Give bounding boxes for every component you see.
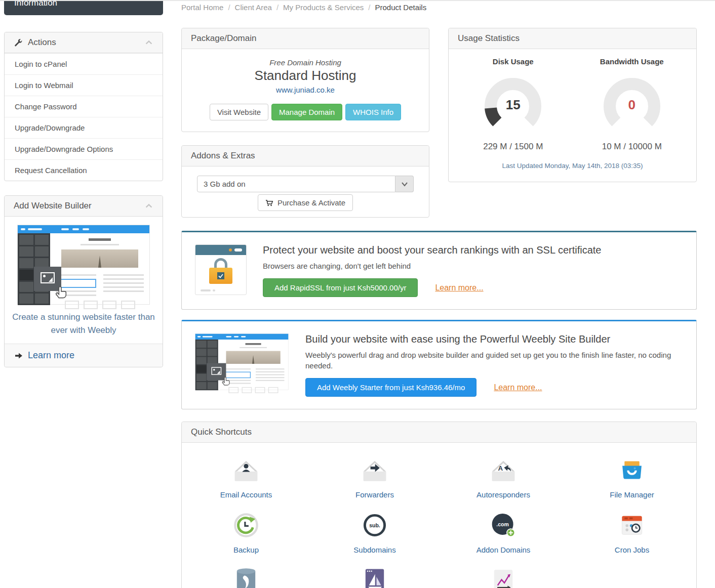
website-builder-caption: Create a stunning website faster than ev…	[12, 311, 155, 337]
phpmyadmin-icon	[361, 566, 389, 588]
usage-last-updated: Last Updated Monday, May 14th, 2018 (03:…	[454, 162, 691, 170]
weebly-builder-preview-image	[17, 225, 150, 305]
addon-select-value[interactable]: 3 Gb add on	[197, 176, 395, 192]
shortcut-backup[interactable]: Backup	[182, 511, 310, 554]
website-builder-title: Add Website Builder	[14, 201, 92, 211]
purchase-activate-button[interactable]: Purchase & Activate	[258, 194, 353, 211]
website-builder-learn-more-link[interactable]: Learn more	[28, 350, 74, 361]
subdomains-icon: sub.	[361, 511, 389, 539]
plan-type: Free Domain Hosting	[191, 58, 420, 67]
breadcrumb-portal-home[interactable]: Portal Home	[181, 3, 223, 12]
svg-text:A: A	[498, 465, 503, 472]
quick-shortcuts-title: Quick Shortcuts	[191, 427, 252, 437]
shortcut-cron-jobs[interactable]: Cron Jobs	[568, 511, 696, 554]
manage-domain-button[interactable]: Manage Domain	[271, 104, 342, 120]
actions-menu: Login to cPanel Login to Webmail Change …	[5, 53, 163, 181]
package-domain-header: Package/Domain	[182, 28, 429, 49]
breadcrumb-separator: /	[276, 3, 279, 12]
disk-usage-block: Disk Usage 15 229 M / 1500 M	[454, 57, 573, 152]
action-login-cpanel[interactable]: Login to cPanel	[5, 53, 163, 74]
shortcut-autoresponders[interactable]: A Autoresponders	[439, 456, 568, 499]
svg-text:sub.: sub.	[369, 522, 380, 528]
breadcrumb-separator: /	[228, 3, 230, 12]
action-change-password[interactable]: Change Password	[5, 96, 163, 117]
weebly-builder-banner-image	[195, 333, 289, 390]
breadcrumb: Portal Home / Client Area / My Products …	[181, 0, 697, 12]
breadcrumb-my-products[interactable]: My Products & Services	[283, 3, 364, 12]
shortcut-label: Cron Jobs	[568, 545, 696, 554]
disk-usage-label: Disk Usage	[454, 57, 573, 66]
ssl-banner-subheading: Browsers are changing, don't get left be…	[263, 261, 602, 271]
addon-select[interactable]: 3 Gb add on	[197, 176, 414, 192]
ssl-certificate-image	[195, 244, 247, 295]
addon-domains-icon: .com	[489, 511, 518, 539]
addon-select-caret-button[interactable]	[395, 176, 414, 192]
whois-info-button[interactable]: WHOIS Info	[345, 104, 401, 120]
ssl-banner-heading: Protect your website and boost your sear…	[263, 244, 602, 256]
breadcrumb-client-area[interactable]: Client Area	[235, 3, 272, 12]
action-request-cancellation[interactable]: Request Cancellation	[5, 159, 163, 181]
wrench-icon	[14, 38, 23, 47]
addons-extras-panel: Addons & Extras 3 Gb add on	[181, 145, 429, 218]
awstats-icon	[489, 566, 518, 588]
domain-link[interactable]: www.juniad.co.ke	[276, 86, 335, 94]
website-builder-panel: Add Website Builder	[4, 195, 163, 367]
bandwidth-usage-detail: 10 M / 10000 M	[573, 142, 692, 152]
backup-icon	[232, 511, 260, 539]
website-builder-body: Create a stunning website faster than ev…	[5, 217, 163, 344]
website-builder-header[interactable]: Add Website Builder	[5, 196, 163, 217]
shortcut-email-accounts[interactable]: Email Accounts	[182, 456, 310, 499]
main-content: Portal Home / Client Area / My Products …	[181, 0, 697, 588]
action-upgrade-downgrade[interactable]: Upgrade/Downgrade	[5, 117, 163, 138]
page-top-divider	[0, 0, 715, 1]
breadcrumb-current: Product Details	[375, 3, 426, 12]
shortcut-subdomains[interactable]: sub. Subdomains	[310, 511, 439, 554]
shortcut-phpmyadmin[interactable]	[310, 566, 439, 588]
add-weebly-starter-button[interactable]: Add Weebly Starter from just Ksh936.46/m…	[305, 378, 476, 397]
quick-shortcuts-panel: Quick Shortcuts Email Accounts	[181, 422, 697, 588]
chevron-up-icon[interactable]	[144, 202, 153, 209]
quick-shortcuts-header: Quick Shortcuts	[182, 422, 696, 443]
hand-cursor-icon	[54, 285, 68, 299]
weebly-promo-banner: Build your website with ease using the P…	[181, 320, 697, 409]
email-accounts-icon	[232, 456, 260, 484]
cron-jobs-icon	[618, 511, 646, 539]
action-login-webmail[interactable]: Login to Webmail	[5, 74, 163, 96]
add-rapidssl-button[interactable]: Add RapidSSL from just Ksh5000.00/yr	[263, 278, 418, 297]
action-upgrade-downgrade-options[interactable]: Upgrade/Downgrade Options	[5, 138, 163, 159]
shortcut-label: File Manager	[568, 490, 696, 499]
weebly-learn-more-link[interactable]: Learn more...	[494, 383, 542, 392]
breadcrumb-separator: /	[368, 3, 370, 12]
shortcut-empty-cell	[568, 566, 696, 588]
check-icon	[218, 274, 223, 278]
shortcut-addon-domains[interactable]: .com Addon Domains	[439, 511, 568, 554]
usage-statistics-title: Usage Statistics	[458, 33, 520, 44]
actions-panel-header[interactable]: Actions	[5, 32, 163, 53]
package-domain-title: Package/Domain	[191, 33, 256, 44]
addons-extras-title: Addons & Extras	[191, 151, 255, 161]
hand-cursor-icon	[221, 376, 231, 386]
shortcut-label: Forwarders	[310, 490, 439, 499]
svg-text:.com: .com	[496, 521, 509, 527]
visit-website-button[interactable]: Visit Website	[210, 104, 268, 120]
addons-extras-header: Addons & Extras	[182, 146, 429, 166]
purchase-activate-label: Purchase & Activate	[277, 198, 345, 207]
shortcut-forwarders[interactable]: Forwarders	[310, 456, 439, 499]
chevron-up-icon[interactable]	[144, 39, 153, 46]
file-manager-icon	[618, 456, 646, 484]
weebly-banner-heading: Build your website with ease using the P…	[305, 333, 680, 345]
shortcut-mysql-databases[interactable]	[182, 566, 310, 588]
bandwidth-usage-block: Bandwidth Usage 0 10 M / 10000 M	[573, 57, 692, 152]
ssl-learn-more-link[interactable]: Learn more...	[435, 283, 483, 292]
bandwidth-usage-gauge: 0	[602, 76, 662, 137]
product-details-page: Information Actions Login to cPanel Logi…	[0, 0, 715, 588]
shortcut-label: Addon Domains	[439, 545, 568, 554]
disk-usage-gauge: 15	[483, 76, 543, 137]
shortcut-awstats[interactable]	[439, 566, 568, 588]
disk-usage-value: 15	[483, 97, 543, 113]
plan-name: Standard Hosting	[191, 68, 420, 83]
actions-panel: Actions Login to cPanel Login to Webmail…	[4, 32, 163, 181]
shortcut-label: Subdomains	[310, 545, 439, 554]
website-builder-footer: Learn more	[5, 344, 163, 367]
shortcut-file-manager[interactable]: File Manager	[568, 456, 696, 499]
